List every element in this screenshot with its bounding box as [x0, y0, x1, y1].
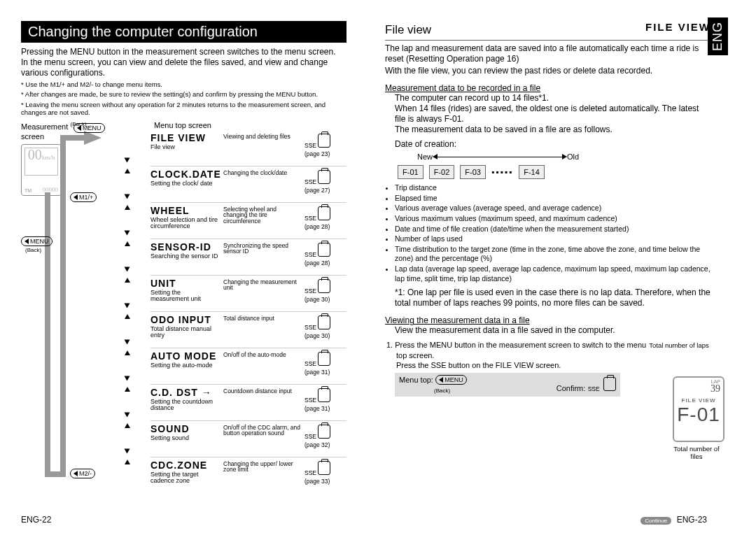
- menu-button-pill: MENU: [435, 375, 467, 385]
- bullet-item: Date and time of file creation (date/tim…: [395, 225, 710, 234]
- page-ref: (page 30): [304, 332, 330, 339]
- device-preview: LAP 39 FILE VIEW F-01: [673, 376, 724, 442]
- menu-item-action: SSE(page 30): [304, 279, 330, 303]
- device-fileview-label: FILE VIEW: [674, 397, 723, 404]
- sse-label: SSE: [304, 324, 316, 331]
- back2-label: (Back): [25, 247, 41, 253]
- menu-item-action: SSE(page 28): [304, 243, 330, 266]
- menu-item-action: SSE(page 31): [304, 352, 330, 376]
- menu-item: FILE VIEWFile viewViewing and deleting f…: [102, 131, 346, 165]
- file-f14: F-14: [519, 165, 545, 179]
- menu-item: AUTO MODESetting the auto-modeOn/off of …: [102, 349, 346, 383]
- button-icon: [318, 315, 330, 329]
- button-icon: [318, 279, 330, 293]
- menu-item-desc: Countdown distance input: [223, 388, 300, 395]
- menu-item-sub: Setting the measurement unit: [150, 290, 220, 303]
- menu-top-label: Menu top:: [399, 376, 433, 384]
- right-footer-num: ENG-23: [677, 515, 707, 525]
- up-arrow-icon: [125, 460, 130, 464]
- button-icon: [318, 388, 330, 402]
- lcd-title: FILE VIEW: [645, 21, 710, 33]
- rail-menu-btn: MENU: [74, 123, 105, 133]
- p2: When 14 files (rides) are saved, the old…: [395, 104, 710, 125]
- ellipsis: ▪▪▪▪▪: [491, 167, 513, 177]
- intro1: The lap and measurement data are saved i…: [385, 43, 710, 64]
- sse-label: SSE: [304, 142, 316, 149]
- p3: The measurement data to be saved in a fi…: [395, 125, 710, 135]
- page-ref: (page 27): [304, 187, 330, 194]
- menu-item-sub: File view: [150, 144, 220, 150]
- flow-lines: [21, 121, 102, 485]
- rail-m2: M2/-: [70, 469, 95, 478]
- page-ref: (page 28): [304, 223, 330, 230]
- new-old-axis: New Old: [398, 152, 710, 161]
- m2-label: M2/-: [79, 470, 92, 477]
- menu-item-block: WHEELWheel selection and tire circumfere…: [150, 205, 220, 230]
- page-ref: (page 31): [304, 369, 330, 376]
- menu-item-sub: Setting the target cadence zone: [150, 471, 220, 485]
- menu-item-title: WHEEL: [150, 205, 220, 216]
- up-arrow-icon: [125, 169, 130, 173]
- file-sequence: F-01 F-02 F-03 ▪▪▪▪▪ F-14: [398, 165, 710, 179]
- menu-item-title: ODO INPUT: [150, 314, 220, 325]
- note1: *1: One lap per file is used even in the…: [395, 287, 710, 308]
- menu-item-sub: Setting sound: [150, 435, 220, 441]
- menu-item: SENSOR-IDSearching the sensor IDSynchron…: [102, 240, 346, 274]
- menu-item: CLOCK.DATESetting the clock/ dateChangin…: [102, 167, 346, 201]
- sse-label: SSE: [304, 215, 316, 222]
- menu-item: CDC.ZONESetting the target cadence zoneC…: [102, 458, 346, 492]
- menu-item-action: SSE(page 23): [304, 134, 330, 157]
- intro-text: Pressing the MENU button in the measurem…: [21, 47, 346, 78]
- confirm-label: Confirm:: [556, 384, 586, 392]
- sse-label: SSE: [304, 433, 316, 440]
- caption-files: Total number of files: [668, 445, 724, 460]
- menu-item-sub: Wheel selection and tire circumference: [150, 217, 220, 230]
- menu-diagram: Measurement (Back) screen 00km/h TM 0000…: [21, 121, 346, 492]
- file-f02: F-02: [429, 165, 455, 179]
- page-ref: (page 33): [304, 478, 330, 485]
- sse-label: SSE: [304, 469, 316, 476]
- device-file-number: F-01: [674, 404, 723, 426]
- up-arrow-icon: [125, 387, 130, 392]
- sse-label: SSE: [304, 178, 316, 185]
- menu-item: UNITSetting the measurement unitChanging…: [102, 276, 346, 311]
- menu-item-title: AUTO MODE: [150, 350, 220, 362]
- menu-top-bar: Menu top: MENU (Back) Confirm: SSE: [395, 373, 620, 397]
- menu-item-title: FILE VIEW: [150, 132, 220, 143]
- menu-item: C.D. DST →Setting the countdown distance…: [102, 385, 346, 420]
- sse-label: SSE: [304, 251, 316, 258]
- confirm-btn-label: SSE: [588, 385, 600, 392]
- timeline-arrow: [437, 157, 563, 157]
- button-icon: [318, 243, 330, 257]
- menu-item-block: ODO INPUTTotal distance manual entry: [150, 314, 220, 339]
- page-ref: (page 23): [304, 150, 330, 157]
- left-page: Changing the computer configuration Pres…: [0, 0, 364, 533]
- button-icon: [318, 134, 330, 148]
- bullet-item: Various maximum values (maximum speed, a…: [395, 214, 710, 224]
- menu-item-title: SOUND: [150, 423, 220, 434]
- device-lap-number: 39: [710, 383, 720, 395]
- menu-item-desc: Selecting wheel and changing the tire ci…: [223, 206, 300, 225]
- data-bullets: Trip distanceElapsed timeVarious average…: [395, 183, 710, 283]
- menu-top-screen-label: Menu top screen: [154, 121, 346, 129]
- bullet-item: Time distribution to the target zone (ti…: [395, 245, 710, 264]
- down-arrow-icon: [125, 339, 130, 344]
- down-arrow-icon: [125, 412, 130, 417]
- intro2: With the file view, you can review the p…: [385, 66, 710, 76]
- menu-item-desc: On/off of the auto-mode: [223, 352, 300, 358]
- up-arrow-icon: [125, 241, 130, 246]
- menu-item: ODO INPUTTotal distance manual entryTota…: [102, 313, 346, 347]
- bullet-item: Elapsed time: [395, 194, 710, 204]
- file-f03: F-03: [460, 165, 486, 179]
- fine-print-2: * After changes are made, be sure to rev…: [21, 90, 346, 98]
- down-arrow-icon: [125, 303, 130, 308]
- menu-item-sub: Setting the clock/ date: [150, 180, 220, 187]
- up-arrow-icon: [125, 350, 130, 355]
- right-page: ENG FILE VIEW File view The lap and meas…: [364, 0, 728, 533]
- bullet-item: Trip distance: [395, 183, 710, 193]
- bullet-item: Number of laps used: [395, 234, 710, 244]
- down-arrow-icon: [125, 230, 130, 235]
- page-ref: (page 32): [304, 441, 330, 448]
- menu-item-sub: Setting the auto-mode: [150, 362, 220, 369]
- menu-item-block: CDC.ZONESetting the target cadence zone: [150, 460, 220, 485]
